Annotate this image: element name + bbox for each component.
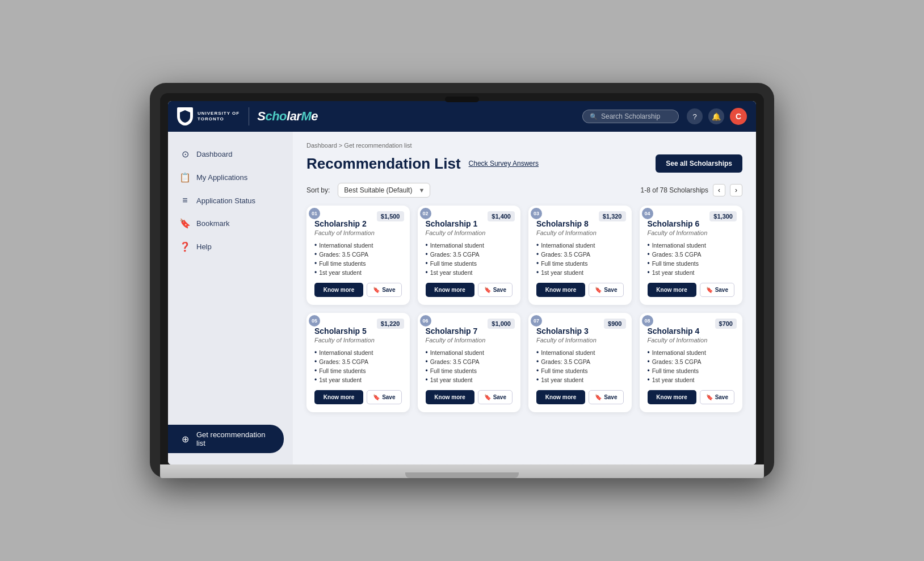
card-amount: $1,000 xyxy=(488,319,515,329)
know-more-button[interactable]: Know more xyxy=(648,390,696,404)
card-faculty: Faculty of Information xyxy=(314,337,402,344)
criteria-item: Grades: 3.5 CGPA xyxy=(536,250,624,259)
sort-wrapper: Best Suitable (Default) Highest Amount L… xyxy=(338,183,430,198)
criteria-item: Full time students xyxy=(314,366,402,375)
card-amount: $1,220 xyxy=(377,319,404,329)
know-more-button[interactable]: Know more xyxy=(536,390,585,404)
criteria-item: International student xyxy=(648,241,735,250)
know-more-button[interactable]: Know more xyxy=(314,390,363,404)
save-button[interactable]: 🔖 Save xyxy=(700,283,734,297)
recommendation-icon: ⊕ xyxy=(179,434,191,445)
card-criteria: International studentGrades: 3.5 CGPAFul… xyxy=(648,348,735,384)
save-button[interactable]: 🔖 Save xyxy=(589,283,623,297)
criteria-item: Full time students xyxy=(426,366,513,375)
bookmark-icon: 🔖 xyxy=(484,287,491,293)
title-area: Recommendation List Check Survey Answers xyxy=(306,155,539,173)
sidebar-item-label: Get recommendation list xyxy=(196,430,272,447)
app-body: ⊙ Dashboard 📋 My Applications ≡ Applicat… xyxy=(168,132,756,464)
sidebar-item-bookmark[interactable]: 🔖 Bookmark xyxy=(168,212,293,235)
sidebar-item-get-recommendation[interactable]: ⊕ Get recommendation list xyxy=(168,425,284,453)
bookmark-icon: 🔖 xyxy=(179,218,191,229)
save-button[interactable]: 🔖 Save xyxy=(589,390,623,404)
sort-label: Sort by: xyxy=(306,186,330,194)
bookmark-icon: 🔖 xyxy=(373,287,380,293)
sort-row: Sort by: Best Suitable (Default) Highest… xyxy=(306,183,742,198)
card-faculty: Faculty of Information xyxy=(314,229,402,236)
my-applications-icon: 📋 xyxy=(179,172,191,183)
card-amount: $900 xyxy=(604,319,625,329)
save-button[interactable]: 🔖 Save xyxy=(700,390,734,404)
criteria-item: Grades: 3.5 CGPA xyxy=(536,357,624,366)
card-actions: Know more 🔖 Save xyxy=(536,390,624,404)
scholarship-card: 02 $1,400 Scholarship 1 Faculty of Infor… xyxy=(418,206,521,305)
bookmark-icon: 🔖 xyxy=(373,394,380,400)
notification-button[interactable]: 🔔 xyxy=(708,108,724,124)
criteria-item: Grades: 3.5 CGPA xyxy=(648,250,735,259)
know-more-button[interactable]: Know more xyxy=(648,283,696,297)
scholarship-card: 07 $900 Scholarship 3 Faculty of Informa… xyxy=(528,313,632,412)
search-icon: 🔍 xyxy=(590,113,598,120)
know-more-button[interactable]: Know more xyxy=(314,283,363,297)
card-criteria: International studentGrades: 3.5 CGPAFul… xyxy=(314,348,402,384)
scholarship-card: 04 $1,300 Scholarship 6 Faculty of Infor… xyxy=(640,206,743,305)
criteria-item: 1st year student xyxy=(536,375,624,384)
card-criteria: International studentGrades: 3.5 CGPAFul… xyxy=(536,241,624,277)
sidebar-item-application-status[interactable]: ≡ Application Status xyxy=(168,190,293,211)
card-faculty: Faculty of Information xyxy=(426,337,513,344)
criteria-item: 1st year student xyxy=(536,268,624,277)
save-button[interactable]: 🔖 Save xyxy=(478,390,513,404)
save-button[interactable]: 🔖 Save xyxy=(367,390,401,404)
help-button[interactable]: ? xyxy=(687,108,703,124)
know-more-button[interactable]: Know more xyxy=(426,390,474,404)
sidebar-item-label: Help xyxy=(196,242,212,251)
pagination-text: 1-8 of 78 Scholarships xyxy=(641,186,708,194)
know-more-button[interactable]: Know more xyxy=(426,283,474,297)
app-header: UNIVERSITY OF TORONTO ScholarMe 🔍 Search… xyxy=(168,101,756,132)
sidebar-item-help[interactable]: ❓ Help xyxy=(168,236,293,258)
page-header: Recommendation List Check Survey Answers… xyxy=(306,154,742,173)
bookmark-icon: 🔖 xyxy=(595,394,602,400)
bookmark-icon: 🔖 xyxy=(595,287,602,293)
scholarship-card: 06 $1,000 Scholarship 7 Faculty of Infor… xyxy=(418,313,521,412)
sidebar-item-label: Dashboard xyxy=(196,150,233,158)
scholarship-card: 05 $1,220 Scholarship 5 Faculty of Infor… xyxy=(306,313,410,412)
criteria-item: 1st year student xyxy=(314,268,402,277)
criteria-item: Grades: 3.5 CGPA xyxy=(314,357,402,366)
card-rank: 03 xyxy=(531,208,542,219)
criteria-item: International student xyxy=(536,241,624,250)
sidebar-item-my-applications[interactable]: 📋 My Applications xyxy=(168,166,293,189)
card-actions: Know more 🔖 Save xyxy=(314,283,402,297)
page-title: Recommendation List xyxy=(306,155,461,173)
avatar-button[interactable]: C xyxy=(730,108,747,125)
card-actions: Know more 🔖 Save xyxy=(314,390,402,404)
know-more-button[interactable]: Know more xyxy=(536,283,585,297)
search-bar[interactable]: 🔍 Search Scholarship xyxy=(582,110,679,123)
criteria-item: Full time students xyxy=(314,259,402,268)
see-all-scholarships-button[interactable]: See all Scholarships xyxy=(656,154,742,173)
card-faculty: Faculty of Information xyxy=(648,337,735,344)
card-actions: Know more 🔖 Save xyxy=(648,390,735,404)
scholarships-grid: 01 $1,500 Scholarship 2 Faculty of Infor… xyxy=(306,206,742,412)
sidebar-item-dashboard[interactable]: ⊙ Dashboard xyxy=(168,143,293,165)
save-button[interactable]: 🔖 Save xyxy=(478,283,513,297)
card-rank: 01 xyxy=(309,208,320,219)
card-rank: 04 xyxy=(642,208,653,219)
check-survey-link[interactable]: Check Survey Answers xyxy=(469,160,539,168)
criteria-item: International student xyxy=(426,241,513,250)
criteria-item: Grades: 3.5 CGPA xyxy=(648,357,735,366)
card-criteria: International studentGrades: 3.5 CGPAFul… xyxy=(314,241,402,277)
card-rank: 08 xyxy=(642,315,653,326)
sort-select[interactable]: Best Suitable (Default) Highest Amount L… xyxy=(338,183,430,198)
card-criteria: International studentGrades: 3.5 CGPAFul… xyxy=(426,348,513,384)
save-button[interactable]: 🔖 Save xyxy=(367,283,401,297)
criteria-item: Full time students xyxy=(536,259,624,268)
card-faculty: Faculty of Information xyxy=(536,229,624,236)
application-status-icon: ≡ xyxy=(179,195,191,206)
main-content: Dashboard > Get recommendation list Reco… xyxy=(293,132,756,464)
pagination-next-button[interactable]: › xyxy=(730,184,742,196)
sidebar: ⊙ Dashboard 📋 My Applications ≡ Applicat… xyxy=(168,132,293,464)
card-rank: 02 xyxy=(420,208,431,219)
pagination-prev-button[interactable]: ‹ xyxy=(713,184,725,196)
criteria-item: International student xyxy=(648,348,735,357)
university-name: UNIVERSITY OF TORONTO xyxy=(198,111,240,122)
